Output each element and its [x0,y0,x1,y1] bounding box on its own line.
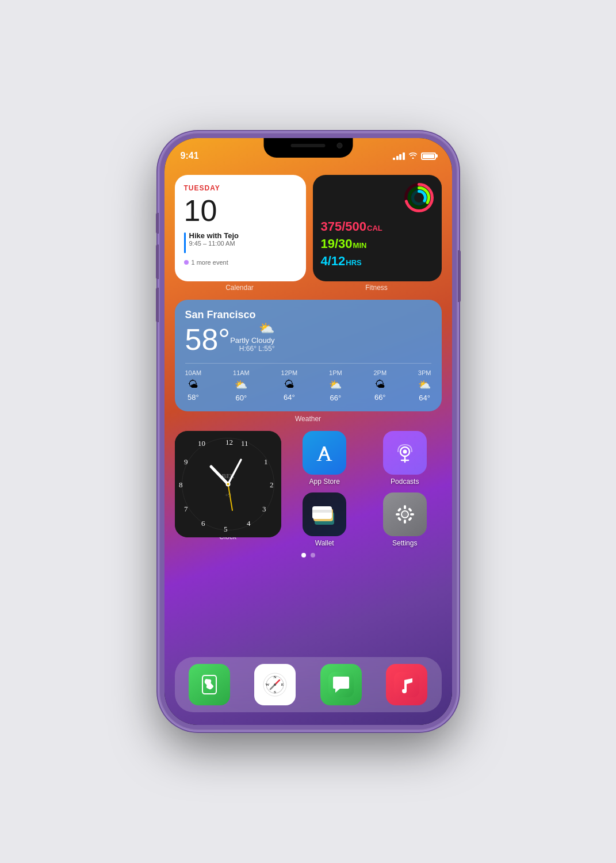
calories-stat: 375/500CAL [321,219,434,234]
svg-text:10: 10 [198,439,205,448]
dock-phone[interactable] [189,664,230,705]
svg-rect-41 [397,507,401,512]
weather-hour-5: 2PM 🌤 66° [373,369,387,402]
weather-widget-label: Weather [175,415,442,423]
battery-icon [421,152,436,160]
svg-text:7: 7 [184,505,188,513]
page-dot-1 [301,553,306,557]
dock: N S W E [175,657,442,712]
weather-widget[interactable]: San Francisco 58° ⛅ Partly Cloudy H:66° … [175,300,442,411]
app-store-icon[interactable]: A App Store [288,431,362,486]
page-dot-2 [311,553,315,557]
svg-text:S: S [274,690,276,694]
weather-hour-2: 11AM ⛅ 60° [233,369,250,402]
clock-widget-container: 12 1 2 3 4 5 6 7 8 9 10 [175,431,281,541]
svg-text:9: 9 [184,457,188,466]
svg-text:5: 5 [224,525,228,533]
safari-app-icon: N S W E [254,664,296,705]
dock-safari[interactable]: N S W E [254,664,296,705]
power-button[interactable] [458,250,461,302]
volume-up-button[interactable] [156,245,159,279]
svg-point-26 [227,483,229,486]
event-title: Hike with Tejo [189,231,239,240]
phone-frame: 9:41 [159,132,458,731]
bottom-row: 12 1 2 3 4 5 6 7 8 9 10 [175,431,442,547]
svg-text:6: 6 [201,519,205,528]
phone-app-icon [189,664,230,705]
svg-text:A: A [317,441,333,465]
more-events-text: 1 more event [192,259,228,266]
music-app-icon [386,664,427,705]
svg-text:E: E [281,682,284,687]
signal-icon [393,152,405,160]
wallet-icon[interactable]: Wallet [288,492,362,547]
svg-text:8: 8 [179,480,183,489]
svg-text:2: 2 [270,480,274,489]
svg-point-53 [274,683,276,686]
status-time: 9:41 [181,151,199,161]
weather-hourly: 10AM 🌤 58° 11AM ⛅ 60° 12PM 🌤 64° [185,363,431,402]
svg-text:4: 4 [247,519,251,528]
weather-hour-3: 12PM 🌤 64° [281,369,298,402]
status-icons [393,151,436,161]
calendar-date: 10 [184,196,297,226]
clock-widget[interactable]: 12 1 2 3 4 5 6 7 8 9 10 [175,431,281,537]
dock-music[interactable] [386,664,427,705]
svg-text:1: 1 [264,457,268,466]
notch [263,138,353,158]
svg-text:3: 3 [262,505,266,513]
home-screen-content: TUESDAY 10 Hike with Tejo 9:45 – 11:00 A… [164,167,452,725]
fitness-widget-label: Fitness [312,284,442,292]
calendar-day: TUESDAY [184,184,297,192]
app-store-label: App Store [309,478,340,486]
top-widgets-row: TUESDAY 10 Hike with Tejo 9:45 – 11:00 A… [175,175,442,281]
svg-text:12: 12 [225,438,233,446]
more-events: 1 more event [184,259,297,266]
silent-button[interactable] [156,213,159,234]
wifi-icon [408,151,418,161]
podcasts-icon[interactable]: Podcasts [368,431,442,486]
calendar-event: Hike with Tejo 9:45 – 11:00 AM [184,231,297,253]
hours-stat: 4/12HRS [321,254,434,269]
weather-hour-4: 1PM ⛅ 66° [329,369,342,402]
dock-messages[interactable] [320,664,362,705]
svg-rect-40 [410,513,414,515]
page-indicator [175,553,442,557]
svg-rect-35 [312,510,332,513]
svg-rect-38 [404,520,406,524]
speaker [291,144,326,147]
calendar-widget-label: Calendar [175,284,305,292]
svg-point-45 [402,511,408,517]
settings-icon[interactable]: Settings [368,492,442,547]
settings-label: Settings [392,539,417,547]
event-time: 9:45 – 11:00 AM [189,240,239,247]
svg-text:11: 11 [241,439,248,448]
calendar-widget[interactable]: TUESDAY 10 Hike with Tejo 9:45 – 11:00 A… [175,175,306,281]
svg-rect-44 [408,517,412,521]
svg-rect-42 [408,507,412,512]
svg-rect-43 [397,517,401,521]
weather-hour-6: 3PM ⛅ 64° [418,369,431,402]
wallet-label: Wallet [315,539,334,547]
svg-point-29 [403,450,407,454]
top-widget-labels: Calendar Fitness [175,284,442,292]
svg-rect-39 [396,513,400,515]
minutes-stat: 19/30MIN [321,236,434,251]
weather-temperature: 58° [185,323,231,356]
svg-text:N: N [274,675,277,679]
weather-city: San Francisco [185,309,275,321]
phone-screen: 9:41 [164,138,452,725]
svg-text:W: W [266,682,270,687]
fitness-stats: 375/500CAL 19/30MIN 4/12HRS [321,219,434,269]
podcasts-label: Podcasts [391,478,419,486]
activity-rings [403,182,435,213]
fitness-widget[interactable]: 375/500CAL 19/30MIN 4/12HRS [313,175,442,281]
volume-down-button[interactable] [156,288,159,322]
weather-hour-1: 10AM 🌤 58° [185,369,202,402]
apps-grid: A App Store [288,431,442,547]
weather-condition-icon: ⛅ [230,321,274,336]
weather-condition-text: Partly Cloudy [230,336,274,345]
front-camera [336,143,342,148]
weather-high-low: H:66° L:55° [230,345,274,353]
messages-app-icon [320,664,362,705]
